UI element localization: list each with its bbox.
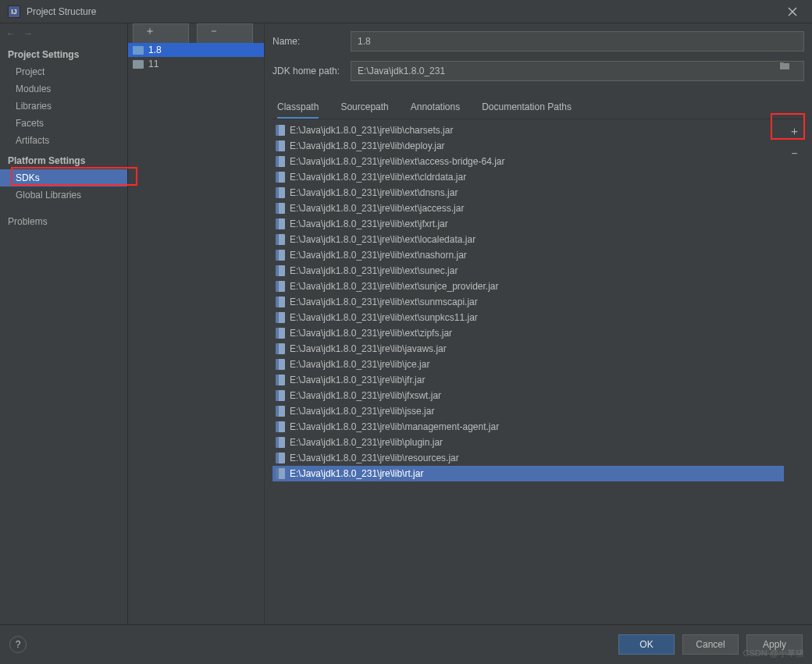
classpath-item-path: E:\Java\jdk1.8.0_231\jre\lib\ext\access-… [290,154,504,169]
classpath-item[interactable]: E:\Java\jdk1.8.0_231\jre\lib\ext\sunjce_… [272,279,784,294]
jar-icon [276,359,285,370]
sidebar-item-modules[interactable]: Modules [0,80,127,98]
nav-forward-icon[interactable]: → [23,28,33,39]
add-classpath-button[interactable]: ＋ [785,123,803,140]
jar-icon [276,125,285,136]
jar-icon [276,421,285,432]
platform-settings-header: Platform Settings [0,149,127,169]
sdk-list-item[interactable]: 11 [128,57,264,71]
classpath-item-path: E:\Java\jdk1.8.0_231\jre\lib\charsets.ja… [290,123,453,137]
sdk-item-label: 11 [148,59,158,69]
ok-button[interactable]: OK [618,634,675,655]
classpath-item-path: E:\Java\jdk1.8.0_231\jre\lib\plugin.jar [290,435,443,449]
sidebar-item-artifacts[interactable]: Artifacts [0,132,127,149]
classpath-item[interactable]: E:\Java\jdk1.8.0_231\jre\lib\management-… [272,419,784,435]
classpath-item[interactable]: E:\Java\jdk1.8.0_231\jre\lib\ext\cldrdat… [272,169,784,185]
project-settings-header: Project Settings [0,43,127,63]
classpath-item-path: E:\Java\jdk1.8.0_231\jre\lib\management-… [290,420,499,434]
classpath-item[interactable]: E:\Java\jdk1.8.0_231\jre\lib\ext\dnsns.j… [272,185,784,201]
classpath-item[interactable]: E:\Java\jdk1.8.0_231\jre\lib\javaws.jar [272,341,784,357]
sdk-list-item[interactable]: 1.8 [128,43,264,57]
classpath-item[interactable]: E:\Java\jdk1.8.0_231\jre\lib\jsse.jar [272,403,784,419]
jar-icon [276,140,285,151]
classpath-list[interactable]: E:\Java\jdk1.8.0_231\jre\lib\charsets.ja… [272,119,784,616]
classpath-item-path: E:\Java\jdk1.8.0_231\jre\lib\ext\nashorn… [290,248,467,262]
sidebar-item-libraries[interactable]: Libraries [0,98,127,115]
jar-icon [276,468,285,479]
jar-icon [276,406,285,417]
sdk-detail-panel: Name: JDK home path: Classpath Sourcepat… [265,23,812,624]
classpath-item[interactable]: E:\Java\jdk1.8.0_231\jre\lib\plugin.jar [272,435,784,450]
classpath-item[interactable]: E:\Java\jdk1.8.0_231\jre\lib\ext\nashorn… [272,247,784,263]
remove-classpath-button[interactable]: － [785,144,803,162]
jar-icon [276,187,285,198]
remove-sdk-button[interactable]: － [197,23,253,44]
name-label: Name: [272,36,343,47]
classpath-item-path: E:\Java\jdk1.8.0_231\jre\lib\jce.jar [290,357,429,371]
classpath-item[interactable]: E:\Java\jdk1.8.0_231\jre\lib\deploy.jar [272,138,784,154]
classpath-item[interactable]: E:\Java\jdk1.8.0_231\jre\lib\ext\sunpkcs… [272,310,784,325]
sdk-list-panel: ＋ － 1.811 [128,23,265,624]
sidebar-item-global-libraries[interactable]: Global Libraries [0,186,127,204]
jar-icon [276,437,285,448]
nav-back-icon[interactable]: ← [6,28,16,39]
jdk-path-label: JDK home path: [272,66,343,76]
jar-icon [276,156,285,167]
sidebar-item-sdks[interactable]: SDKs [0,169,127,186]
help-button[interactable]: ? [9,636,27,653]
classpath-item[interactable]: E:\Java\jdk1.8.0_231\jre\lib\jce.jar [272,357,784,372]
tab-classpath[interactable]: Classpath [277,97,319,119]
sidebar-item-problems[interactable]: Problems [0,213,127,230]
sdk-tabs: Classpath Sourcepath Annotations Documen… [272,97,804,119]
browse-folder-icon[interactable] [779,61,790,73]
sidebar-item-facets[interactable]: Facets [0,115,127,132]
tab-docpaths[interactable]: Documentation Paths [482,97,572,119]
classpath-item-path: E:\Java\jdk1.8.0_231\jre\lib\ext\localed… [290,233,475,247]
classpath-item-path: E:\Java\jdk1.8.0_231\jre\lib\ext\dnsns.j… [290,186,458,200]
jar-icon [276,296,285,307]
watermark: CSDN @小草猪 [743,648,804,659]
classpath-item-path: E:\Java\jdk1.8.0_231\jre\lib\jfxswt.jar [290,389,441,403]
classpath-item[interactable]: E:\Java\jdk1.8.0_231\jre\lib\resources.j… [272,450,784,466]
classpath-item-path: E:\Java\jdk1.8.0_231\jre\lib\ext\jaccess… [290,201,464,215]
window-title: Project Structure [27,6,781,17]
classpath-item-path: E:\Java\jdk1.8.0_231\jre\lib\deploy.jar [290,139,445,153]
classpath-item-path: E:\Java\jdk1.8.0_231\jre\lib\ext\cldrdat… [290,170,466,184]
classpath-item-path: E:\Java\jdk1.8.0_231\jre\lib\rt.jar [290,467,423,481]
classpath-item[interactable]: E:\Java\jdk1.8.0_231\jre\lib\ext\sunmsca… [272,294,784,310]
classpath-item[interactable]: E:\Java\jdk1.8.0_231\jre\lib\ext\access-… [272,154,784,169]
classpath-item-path: E:\Java\jdk1.8.0_231\jre\lib\jfr.jar [290,373,425,387]
jar-icon [276,390,285,401]
add-sdk-button[interactable]: ＋ [133,23,189,44]
classpath-item[interactable]: E:\Java\jdk1.8.0_231\jre\lib\ext\localed… [272,232,784,247]
classpath-item[interactable]: E:\Java\jdk1.8.0_231\jre\lib\jfr.jar [272,372,784,388]
classpath-item[interactable]: E:\Java\jdk1.8.0_231\jre\lib\rt.jar [272,466,784,481]
sidebar-item-project[interactable]: Project [0,63,127,80]
folder-icon [133,46,144,55]
jar-icon [276,375,285,385]
classpath-item[interactable]: E:\Java\jdk1.8.0_231\jre\lib\charsets.ja… [272,123,784,138]
classpath-item-path: E:\Java\jdk1.8.0_231\jre\lib\ext\sunec.j… [290,264,458,278]
jar-icon [276,312,285,323]
close-button[interactable] [781,0,804,23]
classpath-item[interactable]: E:\Java\jdk1.8.0_231\jre\lib\ext\zipfs.j… [272,325,784,341]
classpath-item[interactable]: E:\Java\jdk1.8.0_231\jre\lib\jfxswt.jar [272,388,784,403]
jar-icon [276,250,285,261]
cancel-button[interactable]: Cancel [682,634,739,655]
sdk-name-input[interactable] [351,31,804,51]
tab-sourcepath[interactable]: Sourcepath [340,97,388,119]
classpath-item-path: E:\Java\jdk1.8.0_231\jre\lib\ext\sunjce_… [290,279,499,293]
jar-icon [276,281,285,292]
classpath-item-path: E:\Java\jdk1.8.0_231\jre\lib\ext\sunmsca… [290,295,478,309]
classpath-item[interactable]: E:\Java\jdk1.8.0_231\jre\lib\ext\jfxrt.j… [272,216,784,232]
jar-icon [276,218,285,229]
jar-icon [276,328,285,339]
jar-icon [276,234,285,245]
jdk-home-path-input[interactable] [351,61,804,81]
sdk-item-label: 1.8 [148,44,162,55]
classpath-item[interactable]: E:\Java\jdk1.8.0_231\jre\lib\ext\sunec.j… [272,263,784,279]
jar-icon [276,453,285,463]
app-icon: IJ [8,5,20,18]
tab-annotations[interactable]: Annotations [411,97,460,119]
classpath-item[interactable]: E:\Java\jdk1.8.0_231\jre\lib\ext\jaccess… [272,201,784,216]
